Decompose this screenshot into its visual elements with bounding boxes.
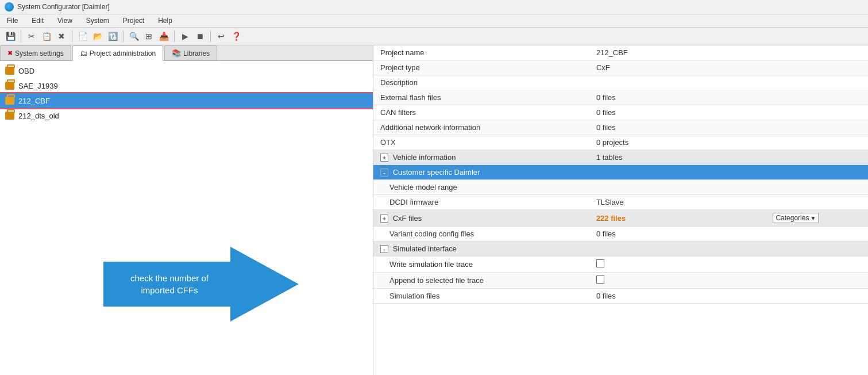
value-variant-coding: 0 files <box>589 227 766 242</box>
cut-button[interactable]: ✂ <box>25 29 38 43</box>
refresh-button[interactable]: 🔃 <box>106 29 119 43</box>
value-dcdi-firmware: TLSlave <box>589 195 766 210</box>
label-cxf-files: + CxF files <box>373 210 589 227</box>
row-additional-network: Additional network information 0 files <box>373 120 868 135</box>
label-otx: OTX <box>373 135 589 150</box>
tab-system-settings[interactable]: ✖ System settings <box>0 45 71 60</box>
tab-project-administration-label: Project administration <box>90 49 156 58</box>
open-button[interactable]: 📂 <box>91 29 105 43</box>
tree-item-sae-j1939[interactable]: SAE_J1939 <box>0 78 373 93</box>
title-text: System Configurator [Daimler] <box>17 3 110 11</box>
value-project-type: CxF <box>589 60 766 75</box>
categories-dropdown[interactable]: Categories ▼ <box>773 213 819 223</box>
expand-cxf-files[interactable]: + <box>380 215 388 223</box>
import-button[interactable]: 📥 <box>157 29 171 43</box>
toolbar-sep-1 <box>21 30 21 42</box>
value-vehicle-model-range <box>589 180 766 195</box>
toolbar: 💾 ✂ 📋 ✖ 📄 📂 🔃 🔍 ⊞ 📥 ▶ ⏹ ↩ ❓ <box>0 28 868 45</box>
checkbox-write-sim-trace[interactable] <box>596 259 604 267</box>
value-customer-specific <box>589 165 766 180</box>
menu-help[interactable]: Help <box>156 16 175 26</box>
row-project-name: Project name 212_CBF <box>373 45 868 60</box>
extra-can-filters <box>766 105 868 120</box>
extra-otx <box>766 135 868 150</box>
row-project-type: Project type CxF <box>373 60 868 75</box>
save-button[interactable]: 💾 <box>3 29 17 43</box>
main-container: ✖ System settings 🗂 Project administrati… <box>0 45 868 375</box>
extra-simulation-files <box>766 289 868 304</box>
label-simulated-interface: - Simulated interface <box>373 242 589 257</box>
new-button[interactable]: 📄 <box>76 29 90 43</box>
row-vehicle-info: + Vehicle information 1 tables <box>373 150 868 165</box>
tab-system-settings-label: System settings <box>15 49 64 58</box>
212-dts-old-icon <box>5 110 15 121</box>
extra-vehicle-info <box>766 150 868 165</box>
grid-button[interactable]: ⊞ <box>142 29 156 43</box>
obd-icon <box>5 66 15 76</box>
menu-file[interactable]: File <box>5 16 20 26</box>
undo-button[interactable]: ↩ <box>214 29 228 43</box>
label-write-sim-trace: Write simulation file trace <box>373 257 589 273</box>
extra-project-name <box>766 45 868 60</box>
row-dcdi-firmware: DCDI firmware TLSlave <box>373 195 868 210</box>
left-panel: ✖ System settings 🗂 Project administrati… <box>0 45 373 375</box>
value-external-flash: 0 files <box>589 90 766 105</box>
value-simulated-interface <box>589 242 766 257</box>
value-append-file-trace <box>589 273 766 289</box>
row-external-flash: External flash files 0 files <box>373 90 868 105</box>
row-append-file-trace: Append to selected file trace <box>373 273 868 289</box>
tab-project-administration[interactable]: 🗂 Project administration <box>72 45 163 61</box>
label-variant-coding: Variant coding config files <box>373 227 589 242</box>
row-cxf-files: + CxF files 222 files Categories ▼ <box>373 210 868 227</box>
tree-item-212-dts-old[interactable]: 212_dts_old <box>0 108 373 123</box>
tree-item-212-cbf[interactable]: 212_CBF <box>0 93 373 108</box>
menu-view[interactable]: View <box>55 16 75 26</box>
extra-cxf-files[interactable]: Categories ▼ <box>766 210 868 227</box>
row-simulation-files: Simulation files 0 files <box>373 289 868 304</box>
tree-item-obd[interactable]: OBD <box>0 63 373 78</box>
value-write-sim-trace <box>589 257 766 273</box>
label-project-name: Project name <box>373 45 589 60</box>
value-cxf-files: 222 files <box>589 210 766 227</box>
extra-write-sim-trace <box>766 257 868 273</box>
obd-label: OBD <box>18 67 34 75</box>
label-dcdi-firmware: DCDI firmware <box>373 195 589 210</box>
label-simulation-files: Simulation files <box>373 289 589 304</box>
label-project-type: Project type <box>373 60 589 75</box>
label-append-file-trace: Append to selected file trace <box>373 273 589 289</box>
value-description <box>589 75 766 90</box>
row-customer-specific[interactable]: - Customer specific Daimler <box>373 165 868 180</box>
search-button[interactable]: 🔍 <box>127 29 141 43</box>
extra-simulated-interface <box>766 242 868 257</box>
help-button[interactable]: ❓ <box>229 29 243 43</box>
expand-customer-specific[interactable]: - <box>380 169 388 177</box>
extra-customer-specific <box>766 165 868 180</box>
dropdown-arrow-icon: ▼ <box>810 215 816 221</box>
project-admin-icon: 🗂 <box>80 49 87 58</box>
value-otx: 0 projects <box>589 135 766 150</box>
menu-edit[interactable]: Edit <box>29 16 46 26</box>
checkbox-append-file-trace[interactable] <box>596 275 604 284</box>
tree-panel: OBD SAE_J1939 212_CBF 212_dts_old <box>0 61 373 375</box>
row-write-sim-trace: Write simulation file trace <box>373 257 868 273</box>
value-can-filters: 0 files <box>589 105 766 120</box>
value-additional-network: 0 files <box>589 120 766 135</box>
copy-button[interactable]: 📋 <box>40 29 53 43</box>
label-external-flash: External flash files <box>373 90 589 105</box>
stop-button[interactable]: ⏹ <box>193 29 207 43</box>
212-cbf-icon <box>5 95 15 106</box>
212-cbf-label: 212_CBF <box>18 97 50 105</box>
run-button[interactable]: ▶ <box>178 29 192 43</box>
menu-system[interactable]: System <box>84 16 111 26</box>
extra-project-type <box>766 60 868 75</box>
extra-dcdi-firmware <box>766 195 868 210</box>
sae-j1939-label: SAE_J1939 <box>18 82 58 90</box>
menu-project[interactable]: Project <box>121 16 146 26</box>
libraries-icon: 📚 <box>172 49 181 58</box>
expand-vehicle-info[interactable]: + <box>380 154 388 162</box>
tab-libraries[interactable]: 📚 Libraries <box>164 45 217 60</box>
system-settings-x-icon: ✖ <box>7 49 13 57</box>
delete-button[interactable]: ✖ <box>55 29 68 43</box>
toolbar-sep-2 <box>72 30 72 42</box>
expand-simulated-interface[interactable]: - <box>380 245 388 253</box>
